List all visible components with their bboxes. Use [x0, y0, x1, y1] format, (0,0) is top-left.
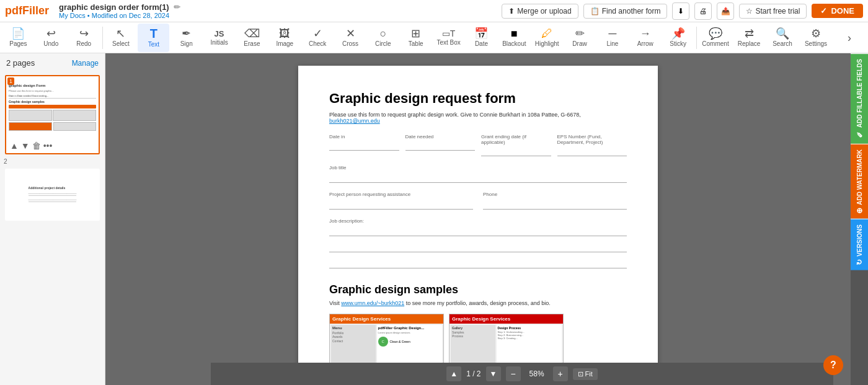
select-icon: ↖ [116, 28, 125, 39]
tool-select[interactable]: ↖ Select [105, 24, 137, 52]
zoom-out-button[interactable]: − [506, 366, 521, 381]
thumb-mini-content-2: Additional project details _____________… [27, 185, 78, 204]
fit-button[interactable]: ⊡ Fit [573, 368, 598, 380]
date-icon: 📅 [474, 28, 488, 39]
doc-subtitle: My Docs • Modified on Dec 28, 2024 [59, 12, 497, 19]
bottom-bar: ▲ 1 / 2 ▼ − 58% + ⊡ Fit [211, 363, 833, 385]
pdf-page-1: Graphic design request form Please use t… [298, 66, 658, 385]
pages-count: 2 pages [6, 58, 35, 68]
field-project-person: Project person requesting assistance [329, 192, 473, 210]
add-fillable-fields-tab[interactable]: ✎ ADD FILLABLE FIELDS [851, 53, 868, 144]
print-button[interactable]: 🖨 [694, 2, 712, 20]
top-bar: pdfFiller graphic design order form(1) ✏… [0, 0, 868, 22]
search-icon: 🔍 [776, 28, 789, 39]
line-icon: ─ [609, 28, 617, 39]
tool-sign[interactable]: ✒ Sign [170, 24, 202, 52]
tool-undo[interactable]: ↩ Undo [35, 24, 67, 52]
tool-comment[interactable]: 💬 Comment [699, 24, 732, 52]
form-title: Graphic design request form [329, 91, 627, 107]
zoom-level: 58% [526, 370, 548, 378]
pages-icon: 📄 [11, 28, 25, 39]
page-num-badge-1: 1 [7, 77, 14, 85]
thumb-down-button[interactable]: ▼ [21, 141, 30, 151]
download-button[interactable]: ⬇ [672, 2, 689, 20]
settings-icon: ⚙ [811, 28, 821, 39]
expand-icon: › [848, 32, 851, 43]
tool-blackout[interactable]: ■ Blackout [498, 24, 530, 52]
tool-sticky[interactable]: 📌 Sticky [662, 24, 694, 52]
thumb-orange-bar [9, 105, 96, 108]
thumb-img-row-2 [9, 122, 96, 131]
page-thumb-1[interactable]: 1 graphic design Form Please use this fo… [5, 75, 100, 154]
tool-text[interactable]: T Text [138, 24, 169, 52]
tool-pages[interactable]: 📄 Pages [2, 24, 34, 52]
sign-icon: ✒ [182, 28, 191, 39]
tool-settings[interactable]: ⚙ Settings [800, 24, 832, 52]
tool-draw[interactable]: ✏ Draw [564, 24, 596, 52]
thumb-delete-button[interactable]: 🗑 [32, 141, 41, 151]
sidebar-header: 2 pages Manage [0, 53, 105, 73]
tool-cross[interactable]: ✕ Cross [335, 24, 366, 52]
thumb-more-button[interactable]: ••• [43, 141, 53, 151]
form-subtitle: Please use this form to request graphic … [329, 112, 627, 124]
page-indicator: 1 / 2 [466, 370, 480, 378]
tool-expand[interactable]: › [833, 24, 866, 52]
done-button[interactable]: ✓ DONE [812, 4, 863, 18]
watermark-icon: ⊕ [855, 208, 864, 214]
field-eps-number: EPS Number (Fund, Department, Project) [557, 134, 627, 156]
versions-icon: ↻ [855, 259, 864, 265]
add-watermark-tab[interactable]: ⊕ ADD WATERMARK [851, 144, 868, 219]
tool-line[interactable]: ─ Line [596, 24, 628, 52]
text-icon: T [150, 27, 157, 40]
initials-icon: JS [215, 30, 224, 38]
form-row-project: Project person requesting assistance Pho… [329, 192, 627, 210]
right-panel: ✎ ADD FILLABLE FIELDS ⊕ ADD WATERMARK ↻ … [851, 53, 868, 385]
tool-date[interactable]: 📅 Date [466, 24, 497, 52]
thumb-up-button[interactable]: ▲ [10, 141, 19, 151]
tool-erase[interactable]: ⌫ Erase [236, 24, 268, 52]
tool-search[interactable]: 🔍 Search [766, 24, 799, 52]
versions-tab[interactable]: ↻ VERSIONS [851, 219, 868, 270]
doc-title: graphic design order form(1) ✏ [59, 2, 497, 12]
help-button[interactable]: ? [823, 355, 843, 375]
undo-icon: ↩ [46, 28, 56, 39]
tool-circle[interactable]: ○ Circle [367, 24, 399, 52]
highlight-icon: 🖊 [541, 28, 552, 39]
merge-upload-button[interactable]: ⬆ Merge or upload [502, 4, 578, 19]
check-mark-icon: ✓ [313, 28, 322, 39]
section-job-desc: Job description: [329, 218, 627, 268]
tool-arrow[interactable]: → Arrow [629, 24, 661, 52]
manage-link[interactable]: Manage [72, 59, 99, 68]
page-prev-button[interactable]: ▲ [446, 366, 461, 381]
toolbar: 📄 Pages ↩ Undo ↪ Redo ↖ Select T Text ✒ … [0, 22, 868, 53]
page-thumb-2[interactable]: Additional project details _____________… [5, 169, 100, 221]
tool-textbox[interactable]: ▭T Text Box [433, 24, 464, 52]
main-area: 2 pages Manage 1 graphic design Form Ple… [0, 53, 868, 385]
blackout-icon: ■ [511, 28, 518, 39]
tool-check[interactable]: ✓ Check [302, 24, 334, 52]
merge-icon: ⬆ [508, 7, 515, 15]
doc-info: graphic design order form(1) ✏ My Docs •… [59, 2, 497, 19]
tool-table[interactable]: ⊞ Table [400, 24, 432, 52]
thumb-img-row [9, 110, 96, 121]
thumb-img-2: Additional project details _____________… [6, 170, 99, 219]
content-area[interactable]: Graphic design request form Please use t… [105, 53, 851, 385]
find-icon: 📋 [590, 7, 600, 15]
section-job-title: Job title [329, 165, 627, 183]
send-button[interactable]: 📤 [717, 2, 734, 20]
tool-replace[interactable]: ⇄ Replace [733, 24, 765, 52]
table-icon: ⊞ [411, 28, 420, 39]
start-free-trial-button[interactable]: ☆ Start free trial [739, 4, 807, 19]
tool-initials[interactable]: JS Initials [203, 24, 235, 52]
erase-icon: ⌫ [244, 28, 260, 39]
zoom-in-button[interactable]: + [553, 366, 568, 381]
field-date-in: Date in [329, 134, 399, 156]
page-next-button[interactable]: ▼ [486, 366, 501, 381]
divider-2 [696, 27, 697, 49]
find-another-form-button[interactable]: 📋 Find another form [583, 4, 668, 19]
tool-image[interactable]: 🖼 Image [269, 24, 301, 52]
star-icon: ☆ [746, 7, 753, 15]
tool-highlight[interactable]: 🖊 Highlight [531, 24, 563, 52]
tool-redo[interactable]: ↪ Redo [68, 24, 100, 52]
sticky-icon: 📌 [671, 28, 685, 39]
